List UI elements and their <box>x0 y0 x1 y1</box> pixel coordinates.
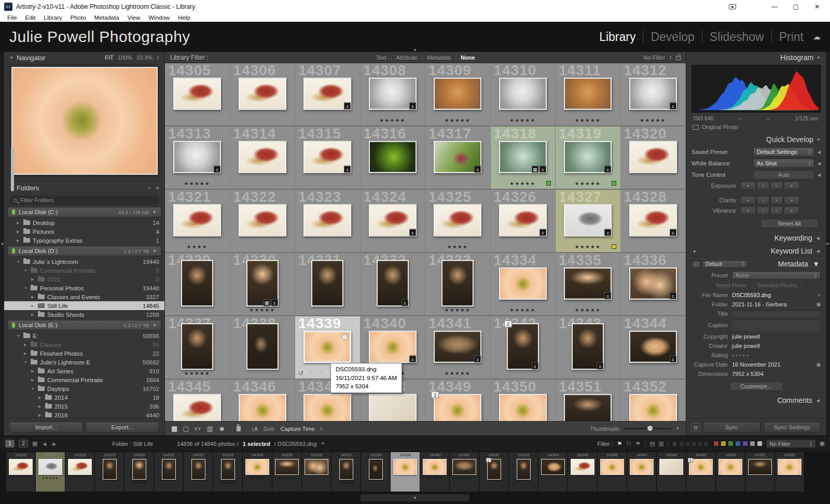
develop-badge-icon[interactable]: ± <box>409 103 416 109</box>
menu-view[interactable]: View <box>123 15 145 21</box>
survey-view-icon[interactable]: ▥ <box>207 425 213 432</box>
metadata-field-input[interactable] <box>732 310 821 317</box>
filmstrip-thumbnail[interactable] <box>132 459 146 480</box>
grid-cell-14311[interactable]: 14311★★★★★ <box>556 63 621 127</box>
reset-all-button[interactable]: Reset All <box>760 219 819 228</box>
develop-badge-icon[interactable]: ± <box>474 356 481 362</box>
add-folder-icon[interactable]: + <box>155 184 159 192</box>
filter-preset-stepper-icon[interactable]: ▲▼ <box>669 55 672 60</box>
menu-edit[interactable]: Edit <box>21 15 40 21</box>
remove-folder-icon[interactable]: − <box>147 184 151 192</box>
disclosure-icon[interactable]: ▼ <box>31 387 35 390</box>
source-chevron[interactable]: ▼ <box>321 441 325 446</box>
histogram-chart[interactable] <box>691 65 821 113</box>
photo-thumbnail[interactable] <box>173 394 221 421</box>
tone-control-expand-icon[interactable]: ◀ <box>818 173 821 177</box>
disclosure-icon[interactable]: ▼ <box>17 260 21 263</box>
develop-badge-icon[interactable]: ± <box>214 166 220 173</box>
folder-row-e-[interactable]: ▼E:50696 <box>4 331 164 340</box>
right-panel-collapse-edge[interactable]: ▶ <box>826 52 830 436</box>
photo-thumbnail[interactable]: ± <box>369 204 417 236</box>
quick-develop-header[interactable]: Quick Develop ▼ <box>686 134 826 145</box>
left-panel-scrollbar[interactable] <box>11 147 14 191</box>
white-balance-expand-icon[interactable]: ◀ <box>818 161 821 166</box>
exposure-increase-button[interactable]: › <box>770 181 783 190</box>
filmstrip-cell-14341[interactable]: 14341★★★★★ <box>450 452 479 492</box>
disclosure-icon[interactable]: ▼ <box>24 286 28 290</box>
photo-thumbnail[interactable] <box>303 204 351 236</box>
photo-thumbnail[interactable] <box>303 394 351 421</box>
grid-cell-14349[interactable]: 143492 <box>425 380 491 421</box>
crop-badge-icon[interactable]: ▦ <box>532 166 538 173</box>
metadata-field-value[interactable]: julie powell <box>732 343 821 349</box>
photo-thumbnail[interactable] <box>239 204 286 236</box>
folder-row-classes-and-events[interactable]: ▶Classes and Events3327 <box>4 292 164 301</box>
photo-thumbnail[interactable] <box>629 394 677 421</box>
menu-help[interactable]: Help <box>174 15 195 21</box>
maximize-button[interactable]: ▢ <box>787 3 805 10</box>
star-rating[interactable]: ★★★★★ <box>165 371 230 376</box>
grid-cell-14334[interactable]: 14334★★★★★ <box>491 253 556 316</box>
disclosure-icon[interactable]: ▶ <box>24 343 28 347</box>
filter-preset[interactable]: No Filter <box>643 54 665 61</box>
color-label-filter-3[interactable] <box>735 441 741 446</box>
grid-cell-14324[interactable]: 14324± <box>361 190 426 253</box>
folder-row-still-life[interactable]: ▶Still Life14845 <box>4 301 164 310</box>
photo-thumbnail[interactable] <box>181 260 213 306</box>
grid-cell-14352[interactable]: 14352 <box>621 380 686 421</box>
photo-thumbnail[interactable] <box>629 141 677 173</box>
keywording-header[interactable]: Keywording ◀ <box>686 232 826 244</box>
filmstrip-thumbnail[interactable] <box>393 459 417 475</box>
disclosure-icon[interactable]: ▶ <box>31 369 35 373</box>
module-tab-library[interactable]: Library <box>599 30 635 44</box>
top-panel-collapse-arrow[interactable]: ▲ <box>413 47 417 52</box>
filmstrip-thumbnail[interactable] <box>718 459 742 475</box>
filmstrip-cell-14337[interactable]: 14337★★★★★ <box>331 452 361 492</box>
filmstrip-thumbnail[interactable] <box>339 459 353 480</box>
photo-thumbnail[interactable]: 2 <box>434 394 481 421</box>
star-rating[interactable]: ★★★★★ <box>621 118 686 123</box>
develop-badge-icon[interactable]: ± <box>409 356 416 362</box>
photo-thumbnail[interactable] <box>239 394 286 421</box>
disclosure-icon[interactable]: ▶ <box>31 277 35 282</box>
grid-cell-14306[interactable]: 14306 <box>230 63 296 127</box>
develop-badge-icon[interactable]: ± <box>604 166 611 173</box>
filmstrip-thumbnail[interactable]: 2 <box>689 459 713 475</box>
develop-badge-icon[interactable]: ± <box>532 362 538 369</box>
folder-row-classes[interactable]: ▶Classes91 <box>4 340 164 349</box>
develop-badge-icon[interactable]: ± <box>344 103 351 109</box>
filmstrip-thumbnail[interactable] <box>778 459 801 475</box>
metadata-action-icon[interactable]: ▣ <box>813 362 821 367</box>
star-rating[interactable]: ★★★★ <box>165 244 230 249</box>
grid-cell-14346[interactable]: 14346 <box>230 380 296 421</box>
filter-option-text[interactable]: Text <box>376 54 386 61</box>
filter-lock-icon[interactable] <box>676 57 681 60</box>
photo-thumbnail[interactable]: ± <box>629 78 677 110</box>
grid-cell-14351[interactable]: 14351 <box>556 380 621 421</box>
star-rating[interactable]: ★★★★★ <box>556 181 620 186</box>
filmstrip-cell-14349[interactable]: 143492 <box>686 452 716 492</box>
star-rating[interactable]: ★★★★★ <box>491 118 556 123</box>
export-button[interactable]: Export... <box>86 422 159 433</box>
filmstrip-thumbnail[interactable] <box>191 459 205 480</box>
main-window-button[interactable]: 1 <box>5 440 15 447</box>
white-balance-dropdown[interactable]: As Shot ▲▼ <box>753 159 814 168</box>
filmstrip-thumbnail[interactable] <box>541 459 565 475</box>
folder-row-commercial-portraits[interactable]: ▶Commercial Portraits1664 <box>4 375 164 384</box>
grid-cell-14329[interactable]: 14329 <box>165 253 230 316</box>
disclosure-icon[interactable]: ▶ <box>38 396 43 400</box>
grid-cell-14337[interactable]: 14337★★★★★ <box>165 316 230 380</box>
photo-thumbnail[interactable] <box>173 78 221 110</box>
filter-option-metadata[interactable]: Metadata <box>427 54 451 61</box>
filmstrip-thumbnail[interactable] <box>517 459 531 480</box>
folder-row-studio-shoots[interactable]: ▶Studio Shoots1268 <box>4 310 164 319</box>
photo-thumbnail[interactable]: ± <box>369 78 417 110</box>
star-rating[interactable]: ★★★★★ <box>425 307 490 313</box>
grid-cell-14333[interactable]: 14333★★★★★ <box>425 253 491 316</box>
metadata-preset-dropdown[interactable]: None ▲▼ <box>732 271 821 279</box>
photo-thumbnail[interactable]: ± <box>629 268 677 300</box>
saved-preset-dropdown[interactable]: Default Settings ▲▼ <box>753 147 814 157</box>
color-label-filter-6[interactable] <box>757 441 763 446</box>
grid-cell-14308[interactable]: 14308±★★★★★ <box>361 63 426 127</box>
filmstrip-thumbnail[interactable] <box>423 459 447 475</box>
